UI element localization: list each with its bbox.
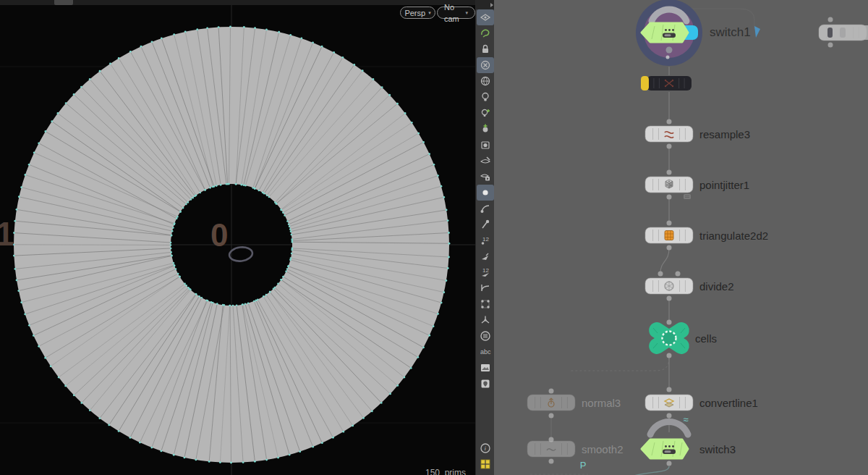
- location-pin-icon[interactable]: [477, 376, 494, 392]
- node-label-switch3: switch3: [699, 443, 736, 455]
- convertline1-badge: ≈: [683, 414, 688, 425]
- snap-cross-icon: [480, 59, 491, 71]
- grid-axis-label: 1: [0, 214, 14, 253]
- toolbar-menu-button[interactable]: [476, 0, 495, 9]
- svg-text:i: i: [484, 445, 486, 452]
- node-label-cells: cells: [695, 332, 717, 345]
- chevron-down-icon: ▾: [428, 7, 431, 19]
- pin-icon: [480, 219, 491, 230]
- lightbulb-icon: [480, 91, 491, 103]
- node-label-resample3: resample3: [699, 128, 750, 140]
- prim-numbers-icon[interactable]: 12: [477, 264, 494, 280]
- node-resample3[interactable]: [645, 126, 693, 142]
- node-label-normal3: normal3: [582, 397, 621, 409]
- node-label-pointjitter1: pointjitter1: [699, 179, 749, 191]
- viewport-top-tab[interactable]: [54, 0, 73, 5]
- geometry-box-icon[interactable]: [477, 137, 494, 153]
- image-icon: [480, 362, 491, 374]
- pin-icon[interactable]: [477, 217, 494, 232]
- node-label-divide2: divide2: [699, 280, 734, 293]
- select-lasso-icon[interactable]: [477, 25, 494, 41]
- lock-icon[interactable]: [477, 41, 494, 57]
- lock-icon: [480, 43, 491, 55]
- particle-icon: [480, 314, 491, 326]
- node-label-triangulate2d2: triangulate2d2: [699, 230, 768, 242]
- particle-icon[interactable]: [477, 312, 494, 328]
- curve-point-icon[interactable]: [477, 201, 494, 217]
- globe-icon[interactable]: [477, 73, 494, 89]
- node-triangulate2d2[interactable]: [645, 227, 693, 243]
- houdini-window: Persp ▾ No cam ▾ 1 0 150 prims 1212abci …: [0, 0, 868, 475]
- viewport-geometry: [0, 0, 475, 475]
- node-convertline1[interactable]: [645, 395, 693, 411]
- cells-shape: [646, 319, 692, 357]
- grid-origin-label: 0: [210, 217, 228, 253]
- abc-text-icon[interactable]: abc: [477, 344, 494, 360]
- node-label-smooth2: smooth2: [582, 443, 624, 455]
- add-point-icon: [480, 123, 491, 135]
- location-pin-icon: [480, 378, 491, 390]
- curve-point-icon: [480, 203, 491, 214]
- profile-curve-icon: [480, 282, 491, 294]
- info-icon[interactable]: i: [477, 440, 494, 456]
- geometry-box-icon: [480, 139, 491, 151]
- select-lasso-icon: [480, 28, 491, 39]
- bypass-flag[interactable]: [641, 76, 649, 91]
- node-cells[interactable]: [646, 319, 692, 357]
- viewport-stats: 150 prims: [425, 468, 466, 475]
- node-pointjitter1[interactable]: [645, 177, 693, 193]
- eye-play-icon: [480, 171, 491, 182]
- desktop-grid-icon: [480, 458, 491, 470]
- eye-edit-icon[interactable]: [477, 153, 494, 169]
- node-switch1[interactable]: [636, 0, 702, 66]
- network-graph: [494, 0, 868, 475]
- prim-numbers-icon: 12: [480, 266, 491, 278]
- camera-select-label: No cam: [444, 1, 462, 25]
- globe-icon: [480, 75, 491, 87]
- perspective-menu-button[interactable]: Persp ▾: [400, 7, 435, 19]
- add-point-icon[interactable]: [477, 121, 494, 137]
- node-normal3[interactable]: [527, 395, 575, 411]
- point-display-icon[interactable]: [477, 185, 494, 201]
- quad-points-icon[interactable]: [477, 296, 494, 312]
- point-numbers-icon: 12: [480, 235, 491, 246]
- chevron-down-icon: ▾: [465, 7, 468, 19]
- lightbulb-icon[interactable]: [477, 89, 494, 105]
- list-circle-icon[interactable]: [477, 328, 494, 344]
- node-bypassed-node[interactable]: [641, 76, 692, 91]
- node-label-convertline1: convertline1: [699, 397, 758, 409]
- view-tool-icon: [480, 12, 491, 23]
- lightbulb-add-icon: [480, 107, 491, 119]
- node-switch3[interactable]: [642, 421, 688, 458]
- triangulate2d2-icon: [665, 231, 673, 240]
- arrow-right-icon: [490, 3, 493, 7]
- svg-text:abc: abc: [480, 348, 491, 356]
- pointjitter1-icon: [665, 180, 673, 188]
- perspective-menu-label: Persp: [404, 7, 425, 19]
- point-display-icon: [480, 187, 491, 198]
- quad-points-icon: [480, 298, 491, 310]
- node-label-switch1: switch1: [710, 25, 751, 40]
- eye-play-icon[interactable]: [477, 169, 494, 185]
- prim-flag-icon: [480, 251, 491, 262]
- desktop-grid-icon[interactable]: [477, 456, 494, 472]
- lightbulb-add-icon[interactable]: [477, 105, 494, 121]
- point-numbers-icon[interactable]: 12: [477, 232, 494, 248]
- view-tool-icon[interactable]: [477, 9, 494, 25]
- profile-curve-icon[interactable]: [477, 280, 494, 296]
- snap-cross-icon[interactable]: [477, 57, 494, 73]
- network-editor[interactable]: switch1resample3pointjitter1triangulate2…: [494, 0, 868, 475]
- scene-viewport[interactable]: Persp ▾ No cam ▾ 1 0 150 prims: [0, 0, 475, 475]
- prim-flag-icon[interactable]: [477, 248, 494, 264]
- list-circle-icon: [480, 330, 491, 342]
- node-smooth2[interactable]: [527, 441, 575, 457]
- image-icon[interactable]: [477, 360, 494, 376]
- svg-text:12: 12: [482, 267, 489, 274]
- reference-arrow-icon: [754, 26, 760, 38]
- info-icon: i: [480, 442, 491, 454]
- eye-edit-icon: [480, 155, 491, 167]
- divide2-icon: [665, 282, 673, 290]
- abc-text-icon: abc: [480, 346, 491, 358]
- node-divide2[interactable]: [645, 278, 693, 294]
- camera-select-button[interactable]: No cam ▾: [437, 7, 475, 19]
